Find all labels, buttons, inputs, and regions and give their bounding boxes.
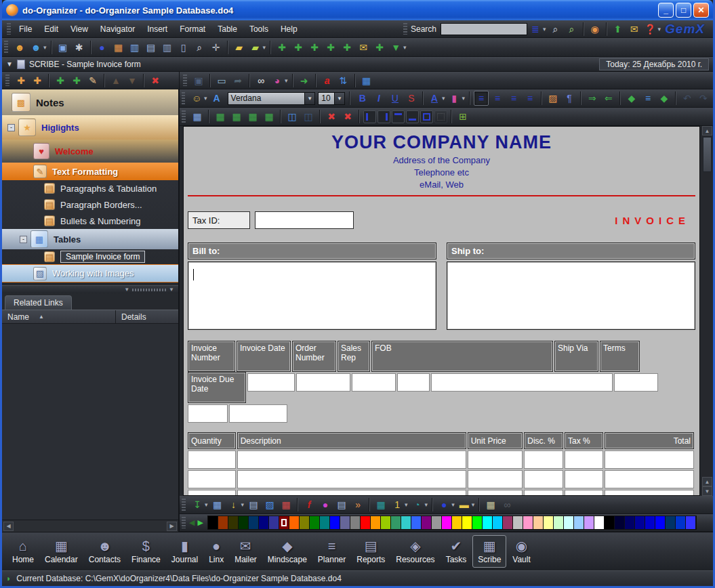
nav-mindscape[interactable]: ◆Mindscape — [263, 536, 312, 567]
company-address[interactable]: Address of the Company — [186, 155, 697, 165]
item-cell[interactable] — [565, 490, 603, 496]
item-cell[interactable] — [468, 470, 523, 488]
column-name[interactable]: Name ▲ — [2, 310, 116, 323]
tree-item-notes-folder-2[interactable]: +▰Notes Folder 2 — [2, 284, 178, 285]
emoticon-dropdown[interactable]: ▾ — [204, 95, 207, 102]
color-swatch[interactable] — [554, 516, 564, 529]
edit-note-icon[interactable]: ✎ — [85, 73, 100, 88]
menu-format[interactable]: Format — [173, 22, 211, 37]
tree-item-paragraph-borders[interactable]: ▤Paragraph Borders... — [2, 196, 178, 213]
item-cell[interactable] — [605, 470, 694, 488]
upload-icon[interactable]: ⬆ — [611, 22, 626, 37]
color-swatch[interactable] — [208, 516, 218, 529]
tree-item-tables[interactable]: -▦Tables — [2, 229, 178, 249]
align-justify-icon[interactable]: ≡ — [523, 91, 537, 106]
import-tray-dropdown[interactable]: ▾ — [403, 44, 407, 51]
tree-item-welcome[interactable]: ♥Welcome — [2, 140, 178, 163]
toolbar-grip[interactable] — [182, 92, 185, 104]
duplicate-note-icon[interactable]: ✚ — [69, 73, 84, 88]
print-icon[interactable]: ▭ — [214, 73, 229, 88]
color-swatch[interactable] — [523, 516, 533, 529]
mail-envelope-icon[interactable]: ✉ — [356, 40, 371, 55]
hyperlink-icon[interactable]: ∞ — [253, 73, 268, 88]
highlight-color-dropdown[interactable]: ▾ — [462, 95, 465, 102]
delete-row-icon[interactable]: ✖ — [324, 109, 339, 124]
color-swatch[interactable] — [503, 516, 513, 529]
show-gridlines-icon[interactable]: ⊞ — [455, 109, 470, 124]
insert-table-icon[interactable]: ▦ — [190, 109, 205, 124]
contacts-panel-icon[interactable]: ▥ — [127, 40, 142, 55]
insert-field-icon[interactable]: ↧ — [190, 497, 205, 512]
color-swatch[interactable] — [483, 516, 493, 529]
nav-vault[interactable]: ◉Vault — [508, 536, 535, 567]
color-swatch[interactable] — [615, 516, 625, 529]
color-swatch[interactable] — [259, 516, 269, 529]
search-magnifier-icon[interactable]: ⌕ — [192, 40, 207, 55]
color-swatch[interactable] — [493, 516, 503, 529]
toolbar-grip[interactable] — [7, 23, 11, 35]
nav-resources[interactable]: ◈Resources — [391, 536, 439, 567]
insert-doc-icon[interactable]: ▤ — [246, 497, 261, 512]
scroll-left-icon[interactable]: ◀ — [3, 522, 14, 531]
spell-check-icon[interactable]: a — [320, 73, 335, 88]
sticky-note-green-icon[interactable]: ▰ — [248, 40, 263, 55]
user-sync-dropdown[interactable]: ▾ — [43, 44, 47, 51]
info-cell[interactable] — [431, 373, 613, 392]
export-icon[interactable]: ➜ — [297, 73, 312, 88]
user-sync-icon[interactable]: ☻ — [28, 40, 43, 55]
color-swatch[interactable] — [472, 516, 483, 529]
tools-hammer-icon[interactable]: ✛ — [209, 40, 224, 55]
strikethrough-icon[interactable]: S — [404, 91, 419, 106]
color-swatch[interactable] — [564, 516, 574, 529]
align-right-icon[interactable]: ≡ — [506, 91, 521, 106]
color-swatch[interactable] — [391, 516, 401, 529]
item-cell[interactable] — [468, 450, 523, 469]
insert-shortcut-icon[interactable]: » — [350, 497, 365, 512]
indent-icon[interactable]: ⇒ — [585, 91, 600, 106]
font-color-icon[interactable]: A — [427, 91, 442, 106]
color-swatch[interactable] — [411, 516, 422, 529]
color-swatch[interactable] — [605, 516, 615, 529]
item-cell[interactable] — [524, 490, 563, 496]
close-button[interactable]: ✕ — [693, 3, 709, 18]
font-name-combo[interactable]: Verdana▼ — [228, 92, 316, 105]
border-right-icon[interactable] — [377, 110, 390, 123]
journal-panel-icon[interactable]: ▯ — [176, 40, 191, 55]
company-telephone[interactable]: Telephone etc — [186, 167, 697, 177]
column-details[interactable]: Details — [116, 310, 146, 323]
item-cell[interactable] — [237, 450, 466, 469]
tree-item-bullets-numbering[interactable]: ▤Bullets & Numbering — [2, 213, 178, 229]
sidebar-hscrollbar[interactable]: ◀ ▶ — [2, 520, 178, 532]
nav-linx[interactable]: ●Linx — [204, 536, 228, 567]
import-tray-icon[interactable]: ▼ — [388, 40, 403, 55]
info-cell[interactable] — [352, 373, 396, 392]
color-swatch[interactable] — [289, 516, 300, 529]
bold-icon[interactable]: B — [355, 91, 370, 106]
panels-icon[interactable]: ▦ — [359, 73, 374, 88]
color-swatch[interactable] — [544, 516, 554, 529]
toolbar-grip[interactable] — [403, 23, 407, 35]
menu-insert[interactable]: Insert — [141, 22, 173, 37]
tax-id-field[interactable] — [255, 211, 354, 229]
toolbar-grip[interactable] — [183, 75, 187, 87]
tree-item-sample-invoice-form[interactable]: ▤Sample Invoice form — [2, 249, 178, 264]
toolbar-grip[interactable] — [182, 517, 186, 529]
insert-row-below-icon[interactable]: ▦ — [229, 109, 244, 124]
panel-splitter[interactable]: ▼▼ — [2, 285, 178, 293]
nav-home[interactable]: ⌂Home — [7, 536, 39, 567]
insert-flash-icon[interactable]: f — [302, 497, 316, 512]
search-options-dropdown[interactable]: ▾ — [543, 26, 546, 33]
user-note-icon[interactable]: ☻ — [12, 40, 27, 55]
color-swatch[interactable] — [371, 516, 381, 529]
insert-object-orb-icon[interactable]: ● — [318, 497, 333, 512]
color-swatch[interactable] — [279, 516, 289, 529]
toolbar-grip[interactable] — [5, 75, 9, 87]
add-subfolder-icon[interactable]: ✚ — [30, 73, 45, 88]
feedback-icon[interactable]: ✉ — [627, 22, 642, 37]
color-wheel-dropdown[interactable]: ▾ — [285, 77, 288, 84]
menu-edit[interactable]: Edit — [38, 22, 64, 37]
item-cell[interactable] — [524, 450, 563, 469]
insert-grid-icon[interactable]: ▦ — [210, 497, 225, 512]
color-swatch[interactable] — [228, 516, 239, 529]
notes-panel-icon[interactable]: ▤ — [144, 40, 159, 55]
